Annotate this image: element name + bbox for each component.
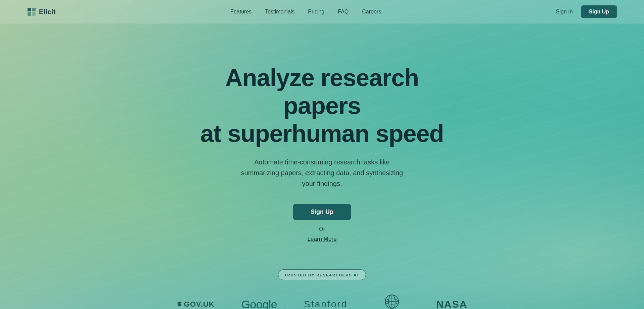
hero-subtitle: Automate time-consuming research tasks l… — [235, 157, 409, 189]
google-logo: Google — [241, 298, 277, 309]
hero-content: Analyze research papers at superhuman sp… — [0, 24, 644, 242]
stanford-logo: Stanford — [304, 299, 348, 309]
nasa-logo: NASA — [436, 299, 467, 309]
logo-link[interactable]: Elicit — [27, 7, 56, 16]
nav-sign-up-button[interactable]: Sign Up — [581, 5, 617, 18]
svg-rect-0 — [28, 8, 31, 11]
svg-rect-2 — [28, 12, 31, 16]
nav-pricing[interactable]: Pricing — [308, 9, 324, 14]
sign-in-link[interactable]: Sign In — [556, 9, 573, 15]
learn-more-link[interactable]: Learn More — [308, 236, 337, 242]
hero-title: Analyze research papers at superhuman sp… — [191, 64, 453, 147]
worldbank-globe-icon — [384, 294, 400, 309]
logo-icon — [27, 7, 36, 16]
govuk-text: GOV.UK — [184, 300, 215, 309]
nav-testimonials[interactable]: Testimonials — [265, 9, 294, 14]
hero-section: Elicit Features Testimonials Pricing FAQ… — [0, 0, 644, 309]
logo-text: Elicit — [39, 8, 56, 16]
govuk-crown-icon: ♛ — [177, 301, 182, 308]
worldbank-logo: THE WORLD BANK — [374, 294, 409, 309]
nav-careers[interactable]: Careers — [362, 9, 381, 14]
svg-rect-3 — [32, 12, 36, 16]
trusted-section: TRUSTED BY RESEARCHERS AT ♛ GOV.UK Googl… — [0, 269, 644, 309]
nav-actions: Sign In Sign Up — [556, 5, 617, 18]
nav-links: Features Testimonials Pricing FAQ Career… — [230, 9, 381, 15]
nav-faq[interactable]: FAQ — [338, 9, 349, 14]
trusted-badge: TRUSTED BY RESEARCHERS AT — [278, 269, 366, 280]
logos-row: ♛ GOV.UK Google Stanford THE — [177, 294, 467, 309]
svg-rect-1 — [32, 8, 36, 11]
govuk-logo: ♛ GOV.UK — [177, 300, 215, 309]
nav-features[interactable]: Features — [230, 9, 251, 14]
or-text: Or — [319, 226, 325, 232]
hero-sign-up-button[interactable]: Sign Up — [293, 204, 351, 220]
navbar: Elicit Features Testimonials Pricing FAQ… — [0, 0, 644, 24]
trusted-label: TRUSTED BY RESEARCHERS AT — [284, 273, 360, 277]
